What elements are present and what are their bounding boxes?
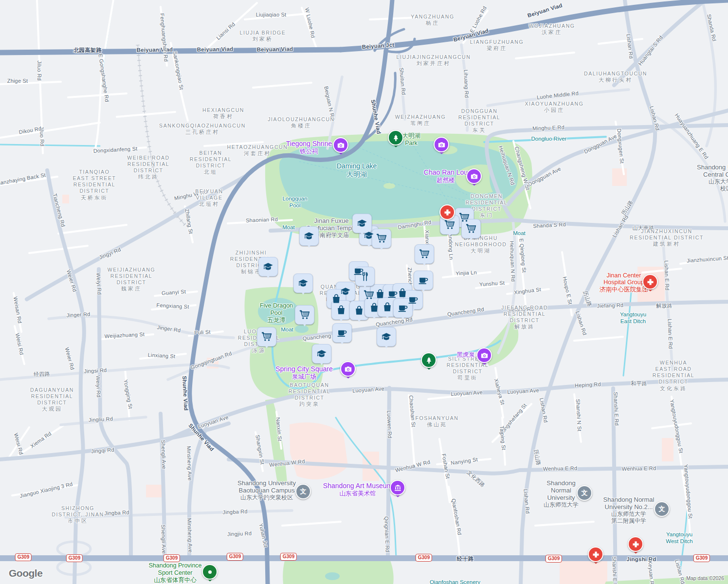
cross-poi-marker[interactable] xyxy=(642,274,658,290)
cap-icon xyxy=(263,261,273,272)
cross-icon xyxy=(443,208,452,217)
univ-poi-marker[interactable]: 文 xyxy=(295,484,311,499)
cart-poi-marker[interactable] xyxy=(372,229,391,248)
sport-poi-marker[interactable] xyxy=(202,564,218,580)
cap-poi-marker[interactable] xyxy=(312,344,331,364)
cup-icon xyxy=(398,303,408,313)
cart-icon xyxy=(466,223,476,234)
cross-poi-marker[interactable] xyxy=(628,536,643,552)
cart-icon xyxy=(364,290,374,300)
cart-icon xyxy=(459,212,470,223)
cart-icon xyxy=(376,233,387,244)
cap-icon xyxy=(357,218,367,229)
tree-poi-marker[interactable] xyxy=(388,130,403,146)
bag-icon xyxy=(369,302,380,313)
cross-icon xyxy=(632,540,640,548)
camera-poi-marker[interactable] xyxy=(333,137,348,153)
cap-icon xyxy=(304,231,314,241)
camera-icon xyxy=(337,141,345,149)
cross-poi-marker[interactable] xyxy=(439,204,455,220)
camera-poi-marker[interactable] xyxy=(466,168,482,184)
cross-poi-marker[interactable] xyxy=(588,547,603,562)
camera-poi-marker[interactable] xyxy=(476,347,492,363)
cup-icon xyxy=(387,289,398,299)
bag-icon xyxy=(397,288,408,298)
camera-icon xyxy=(480,351,489,360)
cap-poi-marker[interactable] xyxy=(258,257,278,276)
tree-icon xyxy=(392,134,400,142)
cap-poi-marker[interactable] xyxy=(299,226,319,246)
cart-icon xyxy=(419,249,430,259)
bag-icon xyxy=(375,289,385,299)
tree-poi-marker[interactable] xyxy=(421,352,437,368)
cart-poi-marker[interactable] xyxy=(257,327,276,347)
bag-icon xyxy=(354,305,364,316)
camera-icon xyxy=(470,172,478,181)
map-canvas[interactable]: 北园高架路Beiyuan ViadBeiyuan ViadBeiyuan Via… xyxy=(0,0,728,584)
cup-poi-marker[interactable] xyxy=(414,271,433,290)
cart-icon xyxy=(261,331,272,342)
cross-icon xyxy=(646,278,655,286)
cap-icon xyxy=(381,331,392,342)
museum-poi-marker[interactable] xyxy=(390,480,405,495)
tree-icon xyxy=(425,356,433,365)
univ-poi-marker[interactable]: 文 xyxy=(577,485,592,501)
cup-poi-marker[interactable] xyxy=(332,323,352,343)
cart-icon xyxy=(444,219,455,230)
cart-poi-marker[interactable] xyxy=(295,305,314,325)
bag-icon xyxy=(336,305,346,315)
camera-icon xyxy=(437,141,446,149)
marker-layer: 文文文 xyxy=(0,0,728,584)
camera-icon xyxy=(344,365,352,373)
map-attribution[interactable]: Map data ©2026 xyxy=(686,575,724,581)
cup-icon xyxy=(408,294,419,305)
cap-poi-marker[interactable] xyxy=(377,327,396,347)
cart-icon xyxy=(299,310,310,320)
cap-icon xyxy=(316,348,327,359)
cap-icon xyxy=(298,278,309,289)
cup-icon xyxy=(418,275,429,286)
cap-icon xyxy=(340,286,351,297)
food-icon xyxy=(360,271,370,282)
cross-icon xyxy=(592,550,600,559)
bag-icon xyxy=(331,293,342,304)
camera-poi-marker[interactable] xyxy=(340,361,356,377)
univ-poi-marker[interactable]: 文 xyxy=(654,501,670,517)
cap-poi-marker[interactable] xyxy=(293,274,313,293)
sport-icon xyxy=(206,568,214,576)
google-logo: Google xyxy=(9,567,42,579)
cap-icon xyxy=(364,230,374,241)
bag-icon xyxy=(382,302,393,312)
museum-icon xyxy=(394,484,402,492)
cup-icon xyxy=(337,328,347,338)
cart-poi-marker[interactable] xyxy=(415,244,434,264)
camera-poi-marker[interactable] xyxy=(434,137,449,152)
